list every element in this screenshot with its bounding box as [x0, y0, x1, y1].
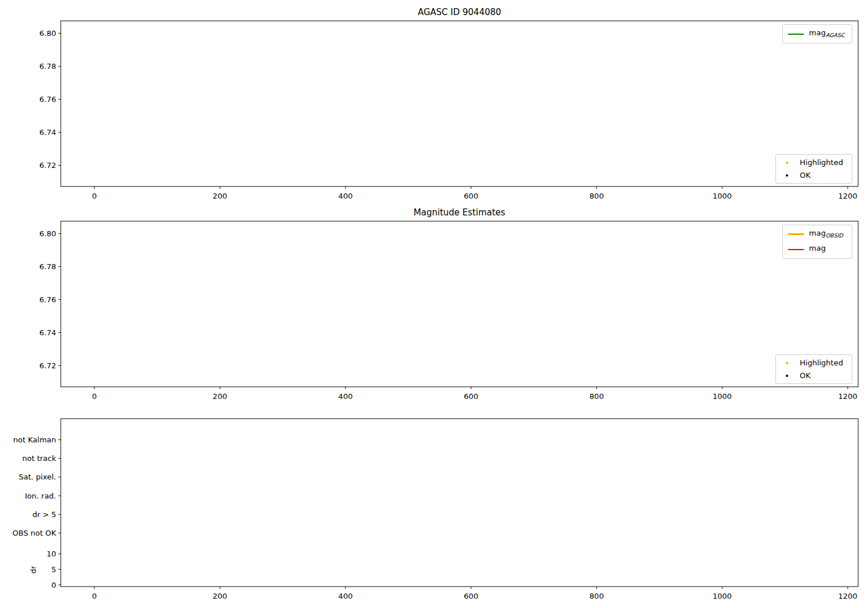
dr-axis-label: dr — [29, 566, 38, 574]
legend-mag-obsid: magOBSID mag — [782, 225, 852, 259]
flag-category-label: Sat. pixel. — [19, 473, 56, 481]
plot1-frame — [61, 21, 858, 186]
x-tick-label: 0 — [92, 192, 97, 200]
x-tick-label: 600 — [464, 192, 479, 200]
plot3-frame — [61, 419, 858, 587]
legend-label-highlighted: Highlighted — [800, 158, 843, 167]
x-tick-label: 200 — [213, 192, 227, 200]
mag-obsid-line-swatch — [788, 233, 804, 235]
plot2-frame — [61, 221, 858, 387]
x-tick-label: 800 — [590, 592, 604, 600]
legend-label-ok: OK — [800, 170, 811, 180]
y-tick-label: 6.72 — [39, 361, 56, 370]
mag-line-swatch — [788, 249, 804, 250]
x-tick-label: 800 — [590, 192, 604, 200]
legend-item-ok: OK — [781, 170, 846, 180]
plot2-title: Magnitude Estimates — [61, 207, 858, 218]
x-tick-label: 400 — [339, 392, 353, 401]
dr-tick-label: 0 — [52, 581, 56, 589]
x-tick-label: 400 — [339, 592, 353, 600]
mag-agasc-line-swatch — [788, 34, 804, 35]
legend-mag-agasc: magAGASC — [782, 24, 852, 43]
y-tick-label: 6.80 — [39, 29, 56, 38]
legend-item-ok: OK — [781, 371, 846, 380]
y-tick-label: 6.76 — [39, 295, 56, 304]
y-tick-label: 6.76 — [39, 95, 56, 104]
legend-label-mag-agasc: magAGASC — [809, 28, 845, 40]
x-tick-label: 200 — [213, 392, 227, 401]
y-tick-label: 6.72 — [39, 161, 56, 170]
x-tick-label: 1200 — [838, 192, 857, 200]
x-tick-label: 200 — [213, 592, 227, 600]
flag-category-label: not track — [22, 454, 56, 463]
legend-markers-plot1: Highlighted OK — [775, 154, 852, 184]
dr-tick-label: 5 — [52, 565, 56, 574]
plots-canvas: 52253488300200400600800100012006.726.746… — [0, 0, 868, 608]
legend-item-highlighted: Highlighted — [781, 158, 846, 167]
legend-label-mag-obsid: magOBSID — [809, 228, 843, 240]
flag-category-label: not Kalman — [13, 435, 56, 444]
legend-item-mag: mag — [788, 243, 846, 255]
x-tick-label: 0 — [92, 592, 97, 600]
y-tick-label: 6.78 — [39, 62, 56, 71]
plot1-title: AGASC ID 9044080 — [61, 7, 858, 17]
figure: 52253488300200400600800100012006.726.746… — [0, 0, 868, 608]
x-tick-label: 0 — [92, 392, 97, 401]
x-tick-label: 1000 — [712, 592, 731, 600]
highlighted-dot-swatch — [786, 362, 788, 364]
dr-tick-label: 10 — [46, 550, 56, 558]
legend-item-mag-agasc: magAGASC — [788, 28, 846, 40]
y-tick-label: 6.80 — [39, 229, 56, 238]
legend-label-ok: OK — [800, 371, 811, 380]
ok-dot-swatch — [786, 375, 788, 377]
flag-category-label: dr > 5 — [32, 510, 56, 519]
x-tick-label: 1200 — [838, 392, 857, 401]
x-tick-label: 400 — [339, 192, 353, 200]
x-tick-label: 1200 — [838, 592, 857, 600]
x-tick-label: 800 — [590, 392, 604, 401]
legend-item-highlighted: Highlighted — [781, 358, 846, 368]
legend-label-highlighted: Highlighted — [800, 358, 843, 368]
highlighted-dot-swatch — [786, 162, 788, 164]
legend-label-mag: mag — [809, 243, 826, 255]
x-tick-label: 600 — [464, 592, 479, 600]
y-tick-label: 6.74 — [39, 128, 56, 137]
x-tick-label: 1000 — [712, 192, 731, 200]
flag-category-label: OBS not OK — [13, 529, 57, 537]
ok-dot-swatch — [786, 174, 788, 177]
x-tick-label: 1000 — [712, 392, 731, 401]
y-tick-label: 6.78 — [39, 262, 56, 271]
flag-category-label: Ion. rad. — [25, 492, 56, 500]
legend-markers-plot2: Highlighted OK — [775, 354, 852, 384]
x-tick-label: 600 — [464, 392, 479, 401]
legend-item-mag-obsid: magOBSID — [788, 228, 846, 240]
y-tick-label: 6.74 — [39, 328, 56, 337]
